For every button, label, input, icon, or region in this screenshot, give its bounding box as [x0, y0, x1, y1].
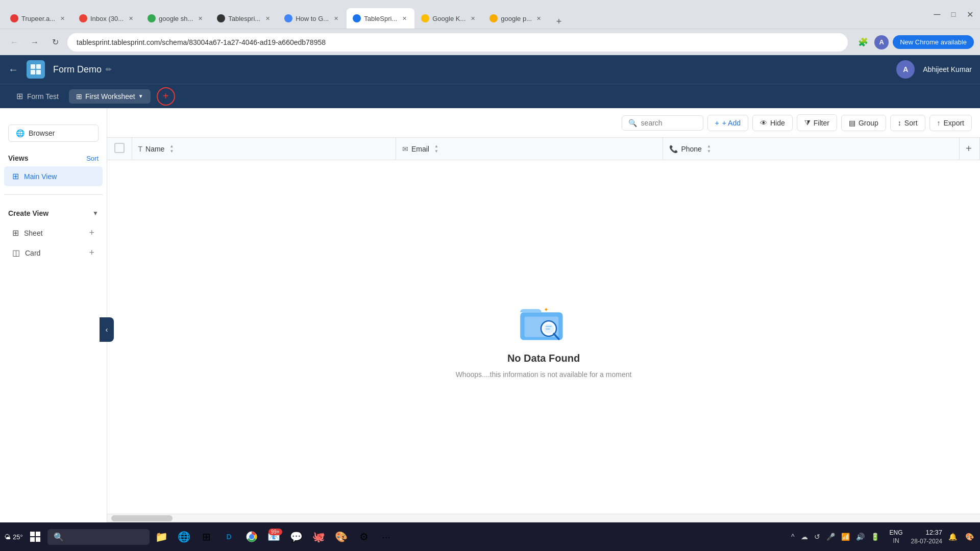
back-button[interactable]: ←: [8, 64, 18, 76]
horizontal-scrollbar[interactable]: [107, 514, 980, 522]
cloud-icon[interactable]: ☁: [799, 531, 810, 543]
taskbar-settings[interactable]: ⚙: [354, 527, 374, 547]
name-sort-arrows[interactable]: ▲ ▼: [169, 144, 174, 154]
tab-form-test[interactable]: ⊞ Form Test: [8, 87, 67, 105]
browser-tab-google-p[interactable]: google p... ✕: [483, 8, 549, 29]
address-bar[interactable]: tablesprint.tablesprint.com/schema/83004…: [67, 33, 848, 52]
sidebar-collapse-button[interactable]: ‹: [100, 317, 114, 342]
views-section-header: Views Sort: [0, 150, 107, 166]
tab-label: How to G...: [296, 15, 329, 22]
search-box[interactable]: 🔍: [622, 115, 703, 131]
worksheet-dropdown-icon[interactable]: ▼: [138, 93, 143, 99]
phone-col-label: Phone: [681, 145, 701, 153]
url-text: tablesprint.tablesprint.com/schema/83004…: [77, 38, 326, 46]
browser-tab-trupeer[interactable]: Trupeer.a... ✕: [4, 8, 72, 29]
notification-bell[interactable]: 🔔: [946, 531, 959, 543]
tab-close[interactable]: ✕: [469, 14, 477, 22]
taskbar-search[interactable]: 🔍: [47, 529, 150, 545]
extensions-button[interactable]: 🧩: [856, 35, 870, 49]
phone-sort-arrows[interactable]: ▲ ▼: [707, 144, 711, 154]
add-column-icon[interactable]: +: [966, 143, 972, 154]
edit-title-icon[interactable]: ✏: [106, 65, 112, 73]
volume-icon[interactable]: 🔊: [854, 531, 867, 543]
browser-tab-tablesprint-active[interactable]: TableSpri... ✕: [347, 8, 414, 29]
group-button[interactable]: ▤ Group: [841, 115, 886, 131]
wifi-icon[interactable]: 📶: [839, 531, 852, 543]
tab-close[interactable]: ✕: [196, 14, 204, 22]
export-button[interactable]: ↑ Export: [929, 115, 972, 131]
tab-close[interactable]: ✕: [127, 14, 135, 22]
system-tray: ^ ☁ ↺ 🎤 📶 🔊 🔋: [789, 531, 881, 543]
new-tab-button[interactable]: +: [552, 14, 566, 29]
taskbar-clock[interactable]: 12:37 28-07-2024: [911, 528, 942, 546]
weather-widget: 🌤 25°: [4, 533, 23, 541]
hide-label: Hide: [770, 119, 785, 127]
taskbar-chrome[interactable]: [241, 527, 262, 547]
taskbar-paint[interactable]: 🎨: [331, 527, 352, 547]
filter-button[interactable]: ⧩ Filter: [797, 114, 837, 131]
back-nav-button[interactable]: ←: [6, 34, 22, 51]
sidebar: 🌐 Browser Views Sort ⊞ Main View Create …: [0, 108, 107, 551]
sort-button[interactable]: ↕ Sort: [890, 115, 925, 131]
tab-label: Form Test: [27, 92, 59, 101]
taskbar-edge[interactable]: 🌐: [174, 527, 194, 547]
export-icon: ↑: [937, 119, 941, 127]
sidebar-divider: [4, 194, 103, 195]
browser-button[interactable]: 🌐 Browser: [8, 124, 99, 142]
sync-icon[interactable]: ↺: [812, 531, 822, 543]
svg-rect-2: [31, 70, 35, 74]
add-sheet-button[interactable]: +: [89, 228, 94, 238]
browser-tab-inbox[interactable]: Inbox (30... ✕: [73, 8, 141, 29]
tab-close[interactable]: ✕: [332, 14, 340, 22]
sidebar-item-sheet[interactable]: ⊞ Sheet +: [8, 223, 99, 242]
empty-state: ✦ No Data Found Whoops....this informati…: [107, 160, 980, 514]
tab-close[interactable]: ✕: [58, 14, 66, 22]
create-view-arrow-icon: ▼: [92, 210, 99, 217]
app-header: ← Form Demo ✏ A Abhijeet Kumar: [0, 55, 980, 84]
create-view-header[interactable]: Create View ▼: [8, 207, 99, 219]
sidebar-item-main-view[interactable]: ⊞ Main View: [4, 166, 103, 186]
hide-button[interactable]: 👁 Hide: [752, 115, 793, 131]
forward-nav-button[interactable]: →: [27, 34, 43, 51]
mic-icon[interactable]: 🎤: [824, 531, 837, 543]
taskbar-outlook[interactable]: 📧 99+: [264, 527, 284, 547]
tab-close[interactable]: ✕: [535, 14, 543, 22]
tab-close[interactable]: ✕: [400, 14, 408, 22]
tab-close[interactable]: ✕: [263, 14, 272, 22]
add-worksheet-button[interactable]: +: [157, 87, 175, 106]
battery-icon[interactable]: 🔋: [869, 531, 881, 543]
svg-point-17: [249, 534, 254, 539]
browser-tab-gsheets[interactable]: google sh... ✕: [141, 8, 210, 29]
sort-views-button[interactable]: Sort: [86, 155, 99, 162]
browser-tab-howto[interactable]: How to G... ✕: [278, 8, 346, 29]
tab-favicon: [79, 14, 87, 22]
add-button[interactable]: + + Add: [707, 115, 748, 131]
select-all-checkbox[interactable]: [114, 143, 125, 153]
start-button[interactable]: [25, 527, 45, 547]
taskbar-more[interactable]: ···: [376, 527, 397, 547]
tray-expand[interactable]: ^: [789, 531, 797, 543]
taskbar-dell[interactable]: D: [219, 527, 239, 547]
sidebar-item-card[interactable]: ◫ Card +: [8, 243, 99, 262]
browser-tab-google-keep[interactable]: Google K... ✕: [415, 8, 483, 29]
tab-first-worksheet[interactable]: ⊞ First Worksheet ▼: [69, 89, 151, 104]
maximize-button[interactable]: □: [947, 8, 960, 20]
email-sort-arrows[interactable]: ▲ ▼: [434, 144, 438, 154]
add-icon: +: [715, 119, 719, 127]
taskbar-github[interactable]: 🐙: [309, 527, 329, 547]
tab-favicon: [284, 14, 292, 22]
taskbar-file-explorer[interactable]: 📁: [152, 527, 172, 547]
color-palette[interactable]: 🎨: [963, 531, 976, 543]
taskbar: 🌤 25° 🔍 📁 🌐 ⊞ D 📧: [0, 522, 980, 551]
refresh-button[interactable]: ↻: [47, 34, 63, 51]
taskbar-whatsapp[interactable]: 💬: [286, 527, 307, 547]
chrome-update-button[interactable]: New Chrome available: [893, 35, 974, 49]
add-card-button[interactable]: +: [89, 247, 94, 258]
browser-tab-tablesprint[interactable]: Tablespri... ✕: [211, 8, 278, 29]
taskbar-microsoft-store[interactable]: ⊞: [197, 527, 217, 547]
profile-button[interactable]: A: [874, 35, 889, 49]
search-input[interactable]: [641, 119, 692, 127]
add-column-header[interactable]: +: [960, 138, 980, 160]
minimize-button[interactable]: ─: [931, 8, 943, 20]
close-button[interactable]: ✕: [964, 8, 976, 20]
